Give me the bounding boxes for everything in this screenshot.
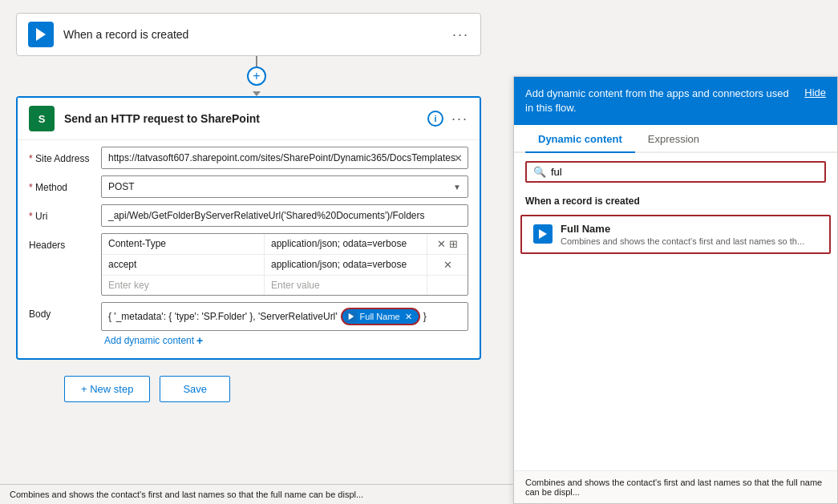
- trigger-icon: [28, 22, 54, 47]
- headers-key-0[interactable]: Content-Type: [102, 234, 265, 254]
- action-title: Send an HTTP request to SharePoint: [64, 112, 427, 125]
- svg-marker-2: [539, 229, 547, 239]
- panel-hide-button[interactable]: Hide: [804, 87, 826, 99]
- headers-label: Headers: [29, 233, 101, 251]
- new-step-button[interactable]: + New step: [64, 376, 150, 402]
- search-input[interactable]: [551, 166, 818, 178]
- trigger-menu[interactable]: ···: [452, 26, 469, 43]
- chip-icon: [346, 311, 357, 322]
- panel-search: 🔍: [514, 153, 837, 191]
- search-icon: 🔍: [533, 166, 546, 178]
- method-value: POST: [108, 181, 135, 192]
- panel-item-content: Full Name Combines and shows the contact…: [561, 223, 818, 246]
- site-address-label: Site Address: [29, 147, 101, 164]
- headers-key-1[interactable]: accept: [102, 255, 265, 275]
- connector-arrow: [253, 91, 261, 96]
- panel-item-desc: Combines and shows the contact's first a…: [561, 236, 818, 246]
- svg-marker-0: [36, 28, 46, 41]
- action-menu[interactable]: ···: [451, 111, 468, 127]
- body-row: Body { '_metadata': { 'type': 'SP.Folder…: [29, 302, 468, 331]
- chip-label: Full Name: [360, 312, 400, 321]
- tooltip-text: Combines and shows the contact's first a…: [10, 490, 363, 499]
- uri-value: _api/Web/GetFolderByServerRelativeUrl('S…: [108, 210, 425, 221]
- method-chevron: ▼: [453, 183, 461, 192]
- chip-close-button[interactable]: ✕: [405, 312, 412, 322]
- action-icon: S: [29, 106, 55, 131]
- header-icons: i ···: [427, 111, 468, 127]
- panel-section-label: When a record is created: [514, 191, 837, 212]
- table-icons-0: ✕ ⊞: [437, 238, 458, 250]
- body-input[interactable]: { '_metadata': { 'type': 'SP.Folder' }, …: [101, 302, 468, 331]
- site-address-value: https://tatvasoft607.sharepoint.com/site…: [108, 152, 455, 163]
- form-body: Site Address https://tatvasoft607.sharep…: [18, 140, 480, 358]
- action-card-header: S Send an HTTP request to SharePoint i ·…: [18, 98, 480, 140]
- trigger-title: When a record is created: [63, 28, 452, 41]
- site-address-row: Site Address https://tatvasoft607.sharep…: [29, 147, 468, 169]
- headers-delete-0: ✕ ⊞: [427, 234, 468, 254]
- tab-expression[interactable]: Expression: [635, 125, 712, 153]
- panel-header: Add dynamic content from the apps and co…: [514, 77, 837, 125]
- headers-row: Headers Content-Type application/json; o…: [29, 233, 468, 296]
- search-box: 🔍: [525, 161, 826, 183]
- method-row: Method POST ▼: [29, 175, 468, 198]
- trigger-card: When a record is created ···: [16, 13, 481, 56]
- uri-input[interactable]: _api/Web/GetFolderByServerRelativeUrl('S…: [101, 204, 468, 227]
- info-button[interactable]: i: [427, 111, 443, 127]
- method-select[interactable]: POST ▼: [101, 175, 468, 198]
- add-dynamic-icon: +: [196, 334, 203, 347]
- tooltip-bar: Combines and shows the contact's first a…: [0, 484, 513, 504]
- delete-header-1[interactable]: ✕: [443, 259, 452, 271]
- panel-tabs: Dynamic content Expression: [514, 125, 837, 153]
- dynamic-panel: Add dynamic content from the apps and co…: [513, 76, 838, 504]
- site-address-clear[interactable]: ✕: [454, 152, 463, 164]
- body-text-after: }: [423, 311, 427, 322]
- headers-row-1: accept application/json; odata=verbose ✕: [102, 255, 468, 276]
- headers-key-placeholder[interactable]: Enter key: [102, 276, 265, 295]
- body-label: Body: [29, 302, 101, 320]
- svg-marker-1: [348, 313, 354, 320]
- panel-item-name: Full Name: [561, 223, 818, 235]
- headers-value-0[interactable]: application/json; odata=verbose: [265, 234, 427, 254]
- body-text-before: { '_metadata': { 'type': 'SP.Folder' }, …: [108, 311, 338, 322]
- add-dynamic-label: Add dynamic content: [104, 335, 194, 346]
- method-label: Method: [29, 175, 101, 193]
- save-button[interactable]: Save: [160, 376, 230, 402]
- headers-table: Content-Type application/json; odata=ver…: [101, 233, 468, 296]
- step-connector: +: [16, 56, 497, 96]
- delete-header-0[interactable]: ✕: [437, 238, 446, 250]
- site-address-input[interactable]: https://tatvasoft607.sharepoint.com/site…: [101, 147, 468, 169]
- add-step-button[interactable]: +: [247, 67, 266, 86]
- body-token-chip[interactable]: Full Name ✕: [341, 308, 420, 325]
- copy-header-0[interactable]: ⊞: [449, 238, 458, 250]
- headers-row-0: Content-Type application/json; odata=ver…: [102, 234, 468, 255]
- headers-delete-1: ✕: [427, 255, 468, 275]
- headers-value-placeholder[interactable]: Enter value: [265, 276, 427, 295]
- headers-value-1[interactable]: application/json; odata=verbose: [265, 255, 427, 275]
- headers-delete-2: [427, 276, 468, 295]
- tab-dynamic-content[interactable]: Dynamic content: [525, 125, 635, 153]
- uri-label: Uri: [29, 204, 101, 222]
- dynamic-item-full-name[interactable]: Full Name Combines and shows the contact…: [520, 215, 831, 254]
- panel-tooltip: Combines and shows the contact's first a…: [514, 470, 837, 503]
- panel-tooltip-text: Combines and shows the contact's first a…: [525, 478, 822, 497]
- action-icon-label: S: [38, 113, 46, 125]
- bottom-buttons: + New step Save: [16, 376, 497, 402]
- action-card: S Send an HTTP request to SharePoint i ·…: [16, 96, 481, 360]
- trigger-icon-svg: [33, 26, 49, 42]
- chip-flow-icon: [347, 312, 355, 321]
- uri-row: Uri _api/Web/GetFolderByServerRelativeUr…: [29, 204, 468, 227]
- headers-row-2: Enter key Enter value: [102, 276, 468, 295]
- panel-header-text: Add dynamic content from the apps and co…: [525, 87, 796, 115]
- panel-item-flow-icon: [537, 228, 549, 240]
- panel-item-icon: [533, 224, 553, 244]
- add-dynamic-link[interactable]: Add dynamic content +: [104, 334, 468, 347]
